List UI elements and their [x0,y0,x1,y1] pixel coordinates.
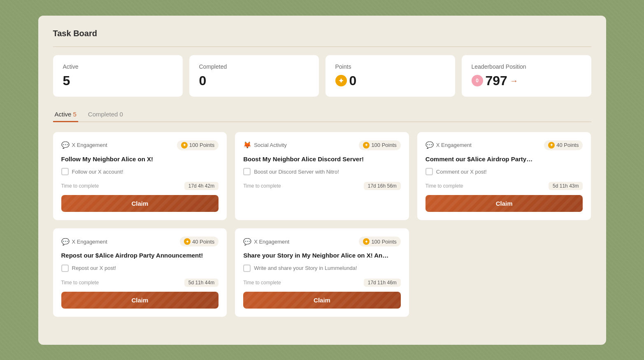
task-description: Write and share your Story in Lummelunda… [243,265,401,272]
tasks-grid: 💬 X Engagement ✦ 100 Points Follow My Ne… [53,132,591,317]
task-desc-text: Comment our X post! [436,169,487,175]
stats-row: Active 5 Completed 0 Points ✦ 0 Leaderbo… [53,55,591,97]
points-badge-icon: ✦ [184,238,191,245]
category-icon: 💬 [61,237,70,246]
claim-button[interactable]: Claim [61,195,219,212]
tabs-row: Active 5 Completed 0 [53,107,591,122]
task-title: Share your Story in My Neighbor Alice on… [243,251,401,260]
task-category: 💬 X Engagement [243,237,289,246]
time-label: Time to complete [243,280,281,286]
time-value: 5d 11h 43m [549,182,583,190]
time-label: Time to complete [61,183,99,189]
completed-label: Completed [199,63,309,70]
task-title: Follow My Neighbor Alice on X! [61,155,219,163]
time-label: Time to complete [243,183,281,189]
points-badge-icon: ✦ [363,142,370,149]
points-value: ✦ 0 [335,73,445,88]
task-footer: Time to complete 5d 11h 43m [425,182,583,190]
time-label: Time to complete [425,183,463,189]
task-footer: Time to complete 17d 11h 46m [243,279,401,287]
task-desc-checkbox-icon [425,168,433,175]
claim-button[interactable]: Claim [61,292,219,309]
task-card-header: 💬 X Engagement ✦ 40 Points [425,140,583,150]
points-badge-icon: ✦ [363,238,370,245]
points-value: 100 Points [371,142,396,148]
category-label: X Engagement [72,142,107,148]
tab-active[interactable]: Active 5 [53,107,78,122]
task-card: 💬 X Engagement ✦ 100 Points Share your S… [235,228,409,317]
active-tab-count: 5 [73,111,77,118]
category-icon: 🦊 [243,141,251,149]
points-badge: ✦ 100 Points [177,140,219,150]
completed-tab-count: 0 [120,111,123,118]
stat-card-active: Active 5 [53,55,183,97]
points-badge-icon: ✦ [548,142,555,149]
time-value: 5d 11h 44m [184,279,219,287]
stat-card-completed: Completed 0 [189,55,319,97]
task-category: 💬 X Engagement [61,141,107,149]
task-desc-text: Follow our X account! [72,169,123,175]
category-icon: 💬 [61,141,70,149]
active-value: 5 [63,73,173,88]
task-description: Follow our X account! [61,168,219,175]
task-description: Boost our Discord Server with Nitro! [243,168,401,175]
points-badge: ✦ 40 Points [544,140,583,150]
points-label: Points [335,63,445,70]
task-description: Comment our X post! [425,168,583,175]
points-badge: ✦ 100 Points [359,237,400,246]
task-category: 💬 X Engagement [425,141,472,149]
time-value: 17d 4h 42m [184,182,219,190]
points-value: 100 Points [371,239,396,245]
points-value: 40 Points [192,239,214,245]
task-category: 🦊 Social Activity [243,141,286,149]
category-icon: 💬 [243,237,251,246]
task-footer: Time to complete 5d 11h 44m [61,279,219,287]
points-icon: ✦ [335,75,347,86]
task-desc-text: Repost our X post! [72,265,116,271]
points-badge: ✦ 40 Points [180,237,219,246]
category-label: X Engagement [254,239,289,245]
stat-card-points: Points ✦ 0 [325,55,455,97]
time-value: 17d 11h 46m [364,279,401,287]
task-desc-text: Write and share your Story in Lummelunda… [254,265,357,271]
leaderboard-badge: 0 [472,75,483,86]
task-card-header: 🦊 Social Activity ✦ 100 Points [243,140,401,150]
points-badge-icon: ✦ [181,142,188,149]
task-card-header: 💬 X Engagement ✦ 40 Points [61,237,219,246]
category-label: X Engagement [436,142,472,148]
time-value: 17d 16h 56m [364,182,401,190]
task-card-header: 💬 X Engagement ✦ 100 Points [243,237,401,246]
task-description: Repost our X post! [61,265,219,272]
arrow-right-icon: → [510,76,518,86]
category-label: X Engagement [72,239,107,245]
task-category: 💬 X Engagement [61,237,107,246]
category-icon: 💬 [425,141,434,149]
task-footer: Time to complete 17d 16h 56m [243,182,401,190]
task-title: Boost My Neighbor Alice Discord Server! [243,155,401,163]
category-label: Social Activity [254,142,286,148]
claim-button[interactable]: Claim [243,292,401,309]
task-title: Repost our $Alice Airdrop Party Announce… [61,251,219,260]
task-desc-checkbox-icon [243,265,251,272]
divider [53,46,591,47]
task-card: 💬 X Engagement ✦ 100 Points Follow My Ne… [53,132,227,221]
task-desc-checkbox-icon [243,168,251,175]
claim-button[interactable]: Claim [425,195,583,212]
task-card-header: 💬 X Engagement ✦ 100 Points [61,140,219,150]
task-desc-checkbox-icon [61,265,69,272]
points-value: 40 Points [556,142,579,148]
task-title: Comment our $Alice Airdrop Party… [425,155,583,163]
task-footer: Time to complete 17d 4h 42m [61,182,219,190]
task-card: 💬 X Engagement ✦ 40 Points Repost our $A… [53,228,227,317]
points-value: 100 Points [189,142,214,148]
task-desc-checkbox-icon [61,168,69,175]
main-container: Task Board Active 5 Completed 0 Points ✦… [38,16,606,345]
time-label: Time to complete [61,280,99,286]
tab-completed[interactable]: Completed 0 [86,107,125,122]
task-card: 💬 X Engagement ✦ 40 Points Comment our $… [417,132,591,221]
active-label: Active [63,63,173,70]
leaderboard-label: Leaderboard Position [472,63,581,70]
points-badge: ✦ 100 Points [359,140,400,150]
task-desc-text: Boost our Discord Server with Nitro! [254,169,339,175]
stat-card-leaderboard: Leaderboard Position 0 797 → [462,55,591,97]
